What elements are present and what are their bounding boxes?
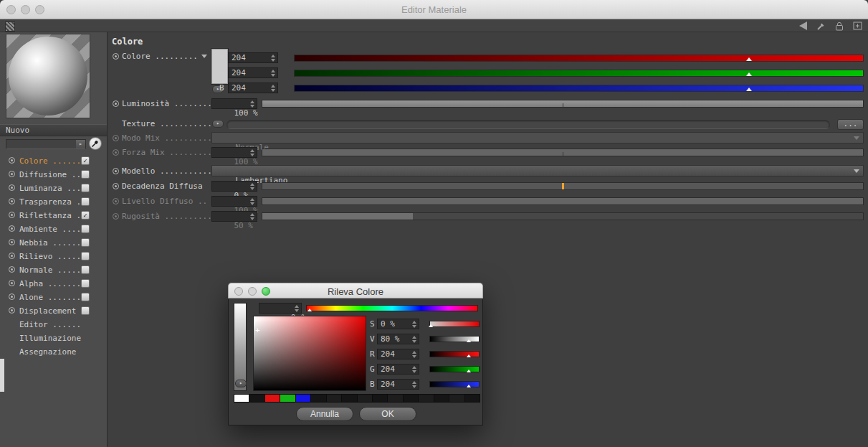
channel-enable-icon[interactable] (9, 266, 15, 273)
channel-item-riflettanza[interactable]: Riflettanza .✓ (0, 209, 107, 222)
luminosita-slider[interactable] (262, 100, 864, 108)
channel-checkbox[interactable] (81, 184, 90, 192)
eyedropper-icon[interactable] (816, 22, 826, 31)
slider-field-b[interactable]: 204 (377, 379, 419, 390)
lock-icon[interactable] (835, 22, 844, 31)
new-window-icon[interactable] (853, 22, 862, 30)
channel-enable-icon[interactable] (9, 307, 15, 314)
channel-checkbox[interactable] (81, 252, 90, 260)
palette-swatch-11[interactable] (403, 394, 419, 403)
channel-item-alone[interactable]: Alone ....... (0, 291, 107, 304)
palette-swatch-5[interactable] (310, 394, 326, 403)
material-selector[interactable]: ▸ (6, 139, 86, 149)
channel-enable-icon[interactable] (9, 225, 15, 232)
palette-swatch-0[interactable] (234, 394, 249, 403)
channel-enable-icon[interactable] (9, 293, 15, 300)
palette-swatch-15[interactable] (464, 394, 480, 403)
channel-checkbox[interactable] (81, 170, 90, 179)
rgb-field-r[interactable]: 204 (228, 52, 278, 63)
texture-path-field[interactable] (226, 120, 830, 129)
slider-handle[interactable] (429, 324, 433, 327)
channel-enable-icon[interactable] (9, 171, 15, 177)
luminosita-enable-icon[interactable] (113, 100, 119, 107)
sidebar-item-illuminazione[interactable]: Illuminazione (0, 331, 107, 345)
palette-swatch-8[interactable] (357, 394, 373, 403)
channel-item-alpha[interactable]: Alpha ....... (0, 277, 107, 291)
rgb-slider-r[interactable] (294, 55, 864, 62)
decadenza-field[interactable]: 0 % (211, 181, 257, 192)
slider-handle[interactable] (467, 385, 471, 387)
stepper-icon[interactable] (270, 55, 277, 62)
slider-handle[interactable] (746, 72, 752, 76)
slider-handle[interactable] (467, 339, 471, 342)
colore-enable-icon[interactable] (113, 53, 119, 60)
channel-item-diffusione[interactable]: Diffusione .. (0, 168, 107, 182)
channel-enable-icon[interactable] (9, 198, 15, 204)
stepper-icon[interactable] (411, 366, 418, 373)
back-icon[interactable] (799, 22, 807, 30)
palette-swatch-4[interactable] (295, 394, 311, 403)
palette-swatch-14[interactable] (449, 394, 464, 403)
ok-button[interactable]: OK (359, 407, 416, 421)
channel-enable-icon[interactable] (9, 212, 15, 218)
palette-swatch-3[interactable] (280, 394, 295, 403)
channel-item-ambiente[interactable]: Ambiente .... (0, 222, 107, 236)
cancel-button[interactable]: Annulla (296, 407, 353, 421)
channel-item-colore[interactable]: Colore ......✓ (0, 154, 107, 168)
luminosita-field[interactable]: 100 % (211, 98, 257, 109)
palette-swatch-6[interactable] (326, 394, 342, 403)
channel-checkbox[interactable]: ✓ (81, 156, 90, 165)
slider-track-s[interactable] (429, 321, 480, 327)
channel-item-nebbia[interactable]: Nebbia ...... (0, 236, 107, 250)
slider-handle[interactable] (746, 88, 752, 91)
stepper-icon[interactable] (411, 336, 418, 343)
pick-material-button[interactable] (89, 137, 102, 150)
channel-checkbox[interactable]: ✓ (81, 211, 90, 220)
modello-enable-icon[interactable] (113, 168, 119, 174)
channel-checkbox[interactable] (81, 265, 90, 274)
palette-swatch-12[interactable] (418, 394, 434, 403)
channel-enable-icon[interactable] (9, 280, 15, 286)
channel-enable-icon[interactable] (9, 253, 15, 259)
material-preview[interactable] (6, 34, 90, 118)
channel-checkbox[interactable] (81, 225, 90, 233)
channel-item-trasparenza[interactable]: Trasparenza . (0, 195, 107, 209)
stepper-icon[interactable] (270, 85, 277, 92)
pattern-grid-icon[interactable] (5, 22, 15, 32)
texture-browse-button[interactable]: ... (837, 119, 864, 130)
rgb-field-g[interactable]: 204 (228, 67, 278, 78)
titlebar[interactable]: Editor Materiale (0, 0, 868, 19)
palette-swatch-7[interactable] (341, 394, 357, 403)
colore-caret-icon[interactable] (201, 55, 207, 58)
selector-expand-icon[interactable]: ▸ (76, 140, 85, 149)
channel-item-normale[interactable]: Normale ..... (0, 263, 107, 277)
slider-field-s[interactable]: 0 % (377, 319, 419, 329)
rgb-field-b[interactable]: 204 (228, 83, 278, 93)
slider-track-r[interactable] (429, 351, 480, 357)
sidebar-item-assegnazione[interactable]: Assegnazione (0, 345, 107, 359)
decadenza-slider[interactable] (262, 182, 864, 190)
channel-checkbox[interactable] (81, 279, 90, 288)
slider-field-v[interactable]: 80 % (377, 334, 419, 344)
stepper-icon[interactable] (411, 321, 418, 328)
palette-swatch-9[interactable] (372, 394, 388, 403)
stepper-icon[interactable] (411, 351, 418, 358)
stepper-icon[interactable] (249, 100, 256, 108)
slider-field-g[interactable]: 204 (377, 364, 419, 375)
channel-checkbox[interactable] (81, 293, 90, 301)
slider-track-b[interactable] (429, 381, 480, 387)
palette-swatch-2[interactable] (264, 394, 280, 403)
channel-checkbox[interactable] (81, 238, 90, 247)
palette-swatch-1[interactable] (249, 394, 264, 403)
channel-item-rilievo[interactable]: Rilievo ..... (0, 250, 107, 263)
slider-handle[interactable] (746, 57, 752, 61)
decadenza-enable-icon[interactable] (113, 183, 119, 189)
channel-item-luminanza[interactable]: Luminanza ... (0, 182, 107, 195)
channel-checkbox[interactable] (81, 197, 90, 206)
stepper-icon[interactable] (249, 183, 256, 190)
slider-track-v[interactable] (429, 336, 480, 342)
channel-checkbox[interactable] (81, 306, 90, 315)
rgb-slider-b[interactable] (294, 85, 864, 92)
channel-enable-icon[interactable] (9, 184, 15, 191)
stepper-icon[interactable] (270, 70, 277, 77)
